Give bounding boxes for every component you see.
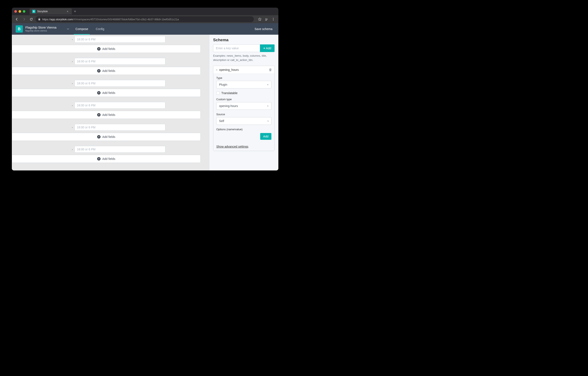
- header-dropdown[interactable]: [65, 23, 71, 35]
- storyblok-logo-icon: B: [16, 25, 23, 33]
- add-option-button[interactable]: Add: [260, 133, 271, 140]
- header-tabs: Compose Config: [65, 23, 107, 35]
- plus-icon: +: [263, 46, 265, 50]
- add-fields-button[interactable]: +Add fields: [12, 45, 201, 53]
- titlebar: B Storyblok × +: [12, 8, 278, 15]
- add-key-button[interactable]: + Add: [260, 44, 274, 52]
- add-fields-button[interactable]: +Add fields: [12, 155, 201, 163]
- time-to-input[interactable]: [74, 102, 165, 109]
- dots-vertical-icon: [272, 18, 275, 21]
- space-title: Flagship Store Vienna: [25, 26, 56, 29]
- reload-icon: [30, 18, 33, 21]
- time-to-input[interactable]: [74, 124, 165, 131]
- schema-field-card: ≡ opening_hours Type Plugin: [213, 66, 274, 151]
- dash-separator: -: [72, 82, 73, 85]
- window-close-button[interactable]: [14, 10, 17, 13]
- plus-circle-icon: +: [97, 91, 101, 95]
- field-card-header[interactable]: ≡ opening_hours: [213, 66, 274, 74]
- type-select[interactable]: Plugin: [216, 81, 271, 88]
- tab-close-icon[interactable]: ×: [66, 10, 69, 13]
- source-select[interactable]: Self: [216, 117, 271, 125]
- schema-panel: Schema + Add Examples: news_items, body,…: [209, 35, 278, 170]
- field-name: opening_hours: [219, 68, 267, 71]
- extensions-button[interactable]: [263, 16, 270, 22]
- schema-title: Schema: [213, 38, 274, 42]
- address-bar[interactable]: https://app.storyblok.com/#!/me/spaces/4…: [35, 16, 254, 22]
- type-label: Type: [216, 76, 271, 79]
- main-panel: -+Add fields-+Add fields-+Add fields-+Ad…: [12, 35, 209, 170]
- time-from-spacer: [12, 124, 70, 131]
- back-button[interactable]: [14, 16, 20, 22]
- add-fields-label: Add fields: [102, 47, 115, 51]
- bookmark-button[interactable]: [257, 16, 263, 22]
- add-fields-button[interactable]: +Add fields: [12, 67, 201, 75]
- reload-button[interactable]: [28, 16, 34, 22]
- space-slug: flagship-store-vienna: [25, 29, 56, 32]
- delete-field-button[interactable]: [269, 68, 272, 71]
- browser-menu-button[interactable]: [270, 16, 276, 22]
- time-from-spacer: [12, 146, 70, 153]
- puzzle-icon: [265, 18, 268, 21]
- source-label: Source: [216, 113, 271, 116]
- add-fields-label: Add fields: [102, 135, 115, 139]
- translatable-checkbox-row[interactable]: Translatable: [216, 91, 271, 95]
- app-body: -+Add fields-+Add fields-+Add fields-+Ad…: [12, 35, 278, 170]
- add-fields-button[interactable]: +Add fields: [12, 133, 201, 141]
- tab-compose[interactable]: Compose: [72, 23, 92, 35]
- key-input[interactable]: [213, 44, 260, 52]
- browser-tabs: B Storyblok × +: [30, 8, 78, 15]
- arrow-left-icon: [15, 18, 19, 21]
- time-row: -: [12, 101, 209, 110]
- add-fields-button[interactable]: +Add fields: [12, 89, 201, 97]
- browser-toolbar: https://app.storyblok.com/#!/me/spaces/4…: [12, 15, 278, 23]
- plus-circle-icon: +: [97, 157, 101, 161]
- translatable-checkbox[interactable]: [216, 91, 220, 95]
- dash-separator: -: [72, 148, 73, 151]
- custom-type-select[interactable]: opening-hours: [216, 102, 271, 110]
- dash-separator: -: [72, 104, 73, 107]
- add-fields-button[interactable]: +Add fields: [12, 111, 201, 119]
- traffic-lights: [14, 10, 25, 13]
- dash-separator: -: [72, 126, 73, 129]
- caret-down-icon: [67, 28, 69, 30]
- save-schema-button[interactable]: Save schema: [252, 27, 274, 31]
- advanced-settings-link[interactable]: Show advanced settings: [216, 144, 271, 148]
- add-fields-label: Add fields: [102, 113, 115, 117]
- add-key-row: + Add: [213, 44, 274, 52]
- drag-handle-icon[interactable]: ≡: [216, 68, 218, 71]
- time-to-input[interactable]: [74, 146, 165, 153]
- field-card-body: Type Plugin ▼ Translatable: [213, 74, 274, 151]
- time-from-spacer: [12, 58, 70, 65]
- time-row: -: [12, 123, 209, 132]
- new-tab-button[interactable]: +: [72, 9, 78, 14]
- time-from-spacer: [12, 80, 70, 87]
- window-zoom-button[interactable]: [23, 10, 25, 13]
- browser-tab[interactable]: B Storyblok ×: [30, 8, 72, 15]
- app-content: B Flagship Store Vienna flagship-store-v…: [12, 23, 278, 170]
- time-to-input[interactable]: [74, 80, 165, 87]
- time-from-spacer: [12, 102, 70, 109]
- plus-circle-icon: +: [97, 135, 101, 139]
- svg-point-2: [273, 19, 274, 20]
- trash-icon: [269, 68, 272, 71]
- time-row: -: [12, 35, 209, 44]
- time-to-input[interactable]: [74, 58, 165, 65]
- forward-button[interactable]: [21, 16, 27, 22]
- add-fields-label: Add fields: [102, 157, 115, 161]
- time-to-input[interactable]: [74, 36, 165, 43]
- dash-separator: -: [72, 60, 73, 63]
- translatable-label: Translatable: [221, 91, 238, 95]
- time-row: -: [12, 145, 209, 154]
- browser-window: B Storyblok × + https://app.storyblok.co…: [12, 8, 278, 170]
- options-label: Options (name/value): [216, 128, 271, 131]
- add-fields-label: Add fields: [102, 69, 115, 73]
- app-header: B Flagship Store Vienna flagship-store-v…: [12, 23, 278, 35]
- window-minimize-button[interactable]: [19, 10, 21, 13]
- tab-title: Storyblok: [37, 10, 64, 13]
- tab-config[interactable]: Config: [92, 23, 107, 35]
- svg-point-1: [273, 18, 274, 19]
- time-row: -: [12, 79, 209, 88]
- arrow-right-icon: [22, 18, 26, 21]
- dash-separator: -: [72, 38, 73, 41]
- custom-type-label: Custom type: [216, 98, 271, 101]
